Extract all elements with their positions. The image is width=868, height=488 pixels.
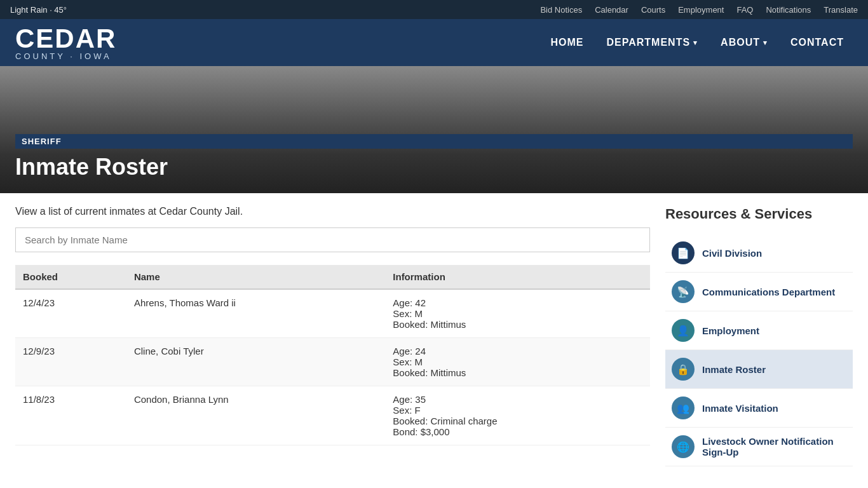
cell-info: Age: 42 Sex: M Booked: Mittimus: [385, 289, 650, 338]
translate-link[interactable]: Translate: [824, 5, 858, 15]
calendar-link[interactable]: Calendar: [595, 5, 628, 15]
sidebar: Resources & Services 📄Civil Division📡Com…: [665, 206, 853, 466]
employment-sidebar-link-label: Employment: [702, 325, 759, 336]
sidebar-items-container: 📄Civil Division📡Communications Departmen…: [665, 234, 853, 466]
employment-top-link[interactable]: Employment: [678, 5, 724, 15]
communications-link-icon: 📡: [672, 280, 695, 303]
search-input[interactable]: [15, 227, 650, 252]
bid-notices-link[interactable]: Bid Notices: [540, 5, 582, 15]
inmate-visitation-link-icon: 👥: [672, 396, 695, 419]
cell-booked: 12/9/23: [15, 338, 126, 386]
table-row: 11/8/23Condon, Brianna LynnAge: 35 Sex: …: [15, 386, 650, 445]
page-title: Inmate Roster: [15, 154, 853, 180]
livestock-link-icon: 🌐: [672, 435, 695, 458]
about-nav[interactable]: ABOUT ▾: [712, 32, 776, 53]
inmate-visitation-link[interactable]: 👥Inmate Visitation: [665, 389, 853, 428]
logo-sub: COUNTY · IOWA: [15, 52, 116, 60]
cell-booked: 12/4/23: [15, 289, 126, 338]
employment-sidebar-link-icon: 👤: [672, 319, 695, 342]
communications-link[interactable]: 📡Communications Department: [665, 273, 853, 311]
logo-cedar: CEDAR: [15, 25, 116, 52]
content-wrapper: View a list of current inmates at Cedar …: [0, 193, 868, 479]
employment-sidebar-link[interactable]: 👤Employment: [665, 311, 853, 350]
main-content: View a list of current inmates at Cedar …: [15, 206, 650, 445]
civil-division-link[interactable]: 📄Civil Division: [665, 234, 853, 273]
contact-nav[interactable]: CONTACT: [782, 32, 853, 53]
livestock-link-label: Livestock Owner Notification Sign-Up: [702, 436, 846, 458]
inmate-roster-link-label: Inmate Roster: [702, 364, 766, 375]
sidebar-title: Resources & Services: [665, 206, 853, 222]
cell-info: Age: 35 Sex: F Booked: Criminal charge B…: [385, 386, 650, 445]
inmate-table: Booked Name Information 12/4/23Ahrens, T…: [15, 265, 650, 445]
intro-text: View a list of current inmates at Cedar …: [15, 206, 650, 217]
col-name: Name: [126, 265, 385, 289]
table-row: 12/4/23Ahrens, Thomas Ward iiAge: 42 Sex…: [15, 289, 650, 338]
col-info: Information: [385, 265, 650, 289]
main-navigation: HOME DEPARTMENTS ▾ ABOUT ▾ CONTACT: [541, 32, 853, 53]
site-header: CEDAR COUNTY · IOWA HOME DEPARTMENTS ▾ A…: [0, 19, 868, 66]
inmate-roster-link[interactable]: 🔒Inmate Roster: [665, 350, 853, 389]
hero-banner: SHERIFF Inmate Roster: [0, 66, 868, 193]
inmate-roster-link-icon: 🔒: [672, 358, 695, 381]
table-header-row: Booked Name Information: [15, 265, 650, 289]
home-nav[interactable]: HOME: [541, 32, 592, 53]
site-logo[interactable]: CEDAR COUNTY · IOWA: [15, 25, 116, 60]
notifications-link[interactable]: Notifications: [766, 5, 811, 15]
top-nav: Bid Notices Calendar Courts Employment F…: [540, 5, 858, 15]
cell-name: Condon, Brianna Lynn: [126, 386, 385, 445]
about-chevron-icon: ▾: [763, 39, 768, 47]
top-bar: Light Rain · 45° Bid Notices Calendar Co…: [0, 0, 868, 19]
weather-display: Light Rain · 45°: [10, 5, 67, 15]
cell-name: Cline, Cobi Tyler: [126, 338, 385, 386]
departments-nav[interactable]: DEPARTMENTS ▾: [597, 32, 707, 53]
cell-name: Ahrens, Thomas Ward ii: [126, 289, 385, 338]
cell-info: Age: 24 Sex: M Booked: Mittimus: [385, 338, 650, 386]
departments-chevron-icon: ▾: [693, 39, 698, 47]
cell-booked: 11/8/23: [15, 386, 126, 445]
civil-division-link-label: Civil Division: [702, 248, 762, 259]
courts-link[interactable]: Courts: [641, 5, 665, 15]
sheriff-badge: SHERIFF: [15, 134, 853, 149]
col-booked: Booked: [15, 265, 126, 289]
faq-link[interactable]: FAQ: [736, 5, 753, 15]
inmate-visitation-link-label: Inmate Visitation: [702, 403, 778, 414]
livestock-link[interactable]: 🌐Livestock Owner Notification Sign-Up: [665, 428, 853, 466]
communications-link-label: Communications Department: [702, 287, 835, 297]
table-row: 12/9/23Cline, Cobi TylerAge: 24 Sex: M B…: [15, 338, 650, 386]
civil-division-link-icon: 📄: [672, 241, 695, 264]
